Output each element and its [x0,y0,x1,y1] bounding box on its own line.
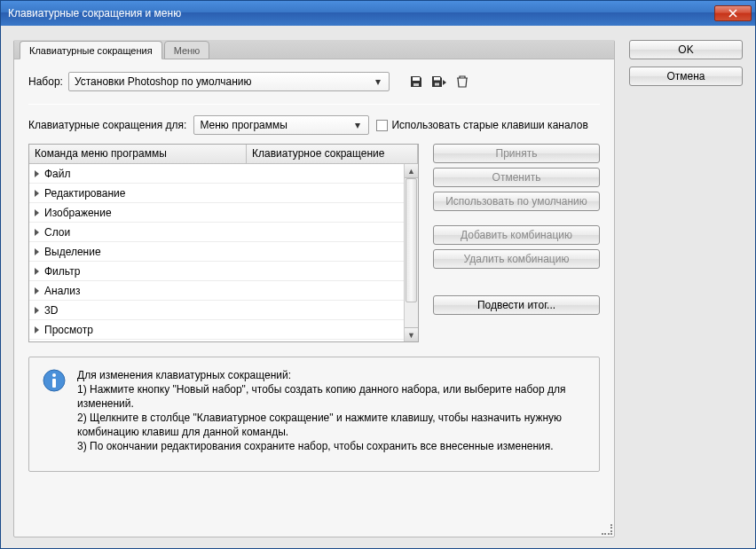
undo-button[interactable]: Отменить [433,168,600,187]
table-row[interactable]: Файл [29,164,404,184]
scroll-up-button[interactable]: ▲ [405,164,418,178]
main-panel: Клавиатурные сокращения Меню Набор: Уста… [13,40,615,537]
info-box: Для изменения клавиатурных сокращений: 1… [28,357,600,472]
row-label: Анализ [44,285,81,297]
ok-button[interactable]: OK [629,40,743,59]
svg-rect-0 [413,77,420,81]
col-header-shortcut: Клавиатурное сокращение [247,145,418,163]
info-header: Для изменения клавиатурных сокращений: [77,368,587,382]
set-label: Набор: [28,75,63,88]
summarize-button[interactable]: Подвести итог... [433,295,600,315]
set-dropdown[interactable]: Установки Photoshop по умолчанию ▾ [68,72,390,91]
chevron-down-icon: ▾ [350,119,365,131]
set-dropdown-value: Установки Photoshop по умолчанию [75,75,371,88]
svg-rect-1 [413,83,419,86]
side-buttons: OK Отмена [629,40,743,537]
table-row[interactable]: Редактирование [29,184,404,203]
for-dropdown[interactable]: Меню программы ▾ [193,115,369,135]
scrollbar[interactable]: ▲ ▼ [404,164,418,341]
panel-body: Набор: Установки Photoshop по умолчанию … [14,59,614,484]
tab-menus[interactable]: Меню [164,41,210,59]
close-button[interactable] [714,5,752,21]
table-header: Команда меню программы Клавиатурное сокр… [29,145,418,164]
delete-shortcut-button[interactable]: Удалить комбинацию [433,249,600,269]
disclosure-triangle-icon [35,209,39,216]
tab-shortcuts[interactable]: Клавиатурные сокращения [20,41,162,59]
scroll-down-button[interactable]: ▼ [405,327,418,341]
table-row[interactable]: Анализ [29,281,404,301]
table-row[interactable]: Фильтр [29,262,404,281]
set-row: Набор: Установки Photoshop по умолчанию … [28,72,600,91]
for-label: Клавиатурные сокращения для: [28,119,186,131]
row-label: Выделение [44,246,101,258]
floppy-arrow-icon [431,75,447,89]
titlebar: Клавиатурные сокращения и меню [1,1,755,26]
table-row[interactable]: 3D [29,301,404,320]
disclosure-triangle-icon [35,190,39,197]
svg-rect-2 [434,77,440,81]
svg-rect-6 [52,379,56,388]
use-default-button[interactable]: Использовать по умолчанию [433,192,600,211]
disclosure-triangle-icon [35,248,39,255]
floppy-icon [409,75,423,89]
for-dropdown-value: Меню программы [200,119,350,131]
info-line2: 2) Щелкните в столбце "Клавиатурное сокр… [77,411,587,439]
table-row[interactable]: Выделение [29,242,404,262]
window-title: Клавиатурные сокращения и меню [8,7,714,20]
disclosure-triangle-icon [35,307,39,314]
disclosure-triangle-icon [35,326,39,333]
table-rows: Файл Редактирование Изображение Слои Выд… [29,164,404,341]
add-shortcut-button[interactable]: Добавить комбинацию [433,225,600,245]
row-label: Изображение [44,207,112,219]
row-label: 3D [44,304,58,317]
tab-row: Клавиатурные сокращения Меню [14,40,614,59]
disclosure-triangle-icon [35,287,39,294]
table-row[interactable]: Слои [29,223,404,242]
new-set-button[interactable] [430,73,448,90]
accept-button[interactable]: Принять [433,144,600,163]
cancel-button[interactable]: Отмена [629,67,743,86]
disclosure-triangle-icon [35,229,39,236]
row-label: Фильтр [44,265,80,278]
row-label: Файл [44,168,71,180]
svg-rect-3 [435,83,439,86]
disclosure-triangle-icon [35,170,39,177]
disclosure-triangle-icon [35,268,39,275]
table-row[interactable]: Изображение [29,203,404,223]
scroll-thumb[interactable] [406,178,417,302]
col-header-command: Команда меню программы [29,145,247,163]
row-label: Слои [44,226,70,239]
shortcut-table: Команда меню программы Клавиатурное сокр… [28,144,419,342]
table-body: Файл Редактирование Изображение Слои Выд… [29,164,418,341]
delete-set-button[interactable] [453,73,471,90]
legacy-checkbox-label: Использовать старые клавиши каналов [391,119,587,131]
resize-grip[interactable] [602,524,612,535]
info-icon [42,368,67,393]
table-row[interactable]: Просмотр [29,320,404,340]
save-set-button[interactable] [407,73,425,90]
close-icon [728,9,737,18]
info-line1: 1) Нажмите кнопку "Новый набор", чтобы с… [77,382,587,411]
content-area: Клавиатурные сокращения Меню Набор: Уста… [1,26,755,548]
chevron-down-icon: ▾ [371,75,385,88]
row-label: Просмотр [44,324,93,336]
dialog-window: Клавиатурные сокращения и меню Клавиатур… [0,0,756,549]
body-split: Команда меню программы Клавиатурное сокр… [28,144,600,342]
row-label: Редактирование [44,187,125,200]
info-text: Для изменения клавиатурных сокращений: 1… [77,368,587,460]
svg-point-5 [52,373,56,377]
action-buttons: Принять Отменить Использовать по умолчан… [433,144,600,342]
trash-icon [456,75,469,89]
legacy-checkbox-row: Использовать старые клавиши каналов [376,119,587,131]
divider [28,104,600,105]
legacy-checkbox[interactable] [376,120,388,131]
for-row: Клавиатурные сокращения для: Меню програ… [28,115,600,135]
info-line3: 3) По окончании редактирования сохраните… [77,439,587,453]
